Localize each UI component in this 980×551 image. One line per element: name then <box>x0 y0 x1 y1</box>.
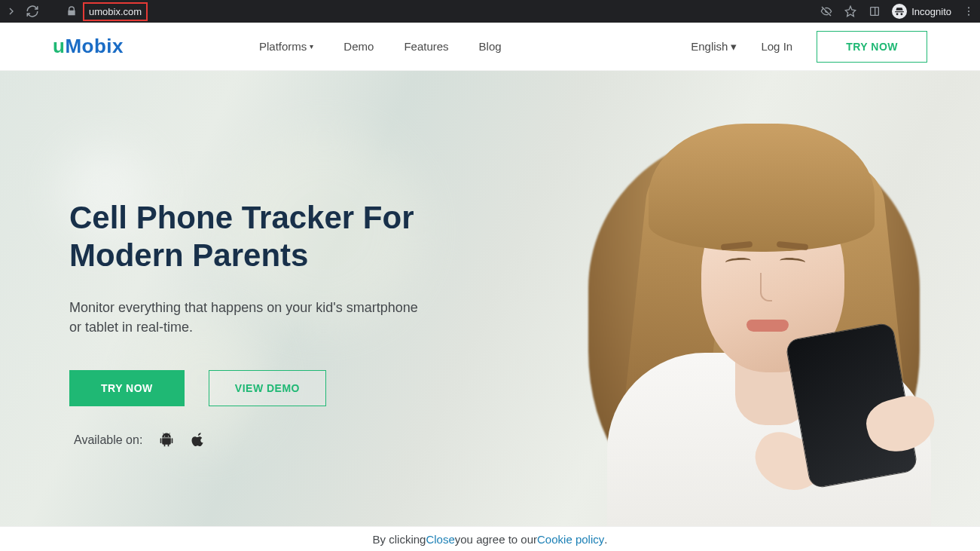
site-header: uMobix Platforms ▾ Demo Features Blog En… <box>0 23 980 71</box>
incognito-label: Incognito <box>911 6 951 17</box>
eye-off-icon[interactable] <box>820 5 833 18</box>
hero-subtitle: Monitor everything that happens on your … <box>69 298 431 337</box>
lock-icon[interactable] <box>65 5 78 18</box>
nav-platforms[interactable]: Platforms ▾ <box>259 40 313 53</box>
cookie-policy-link[interactable]: Cookie policy <box>537 533 604 546</box>
main-nav: Platforms ▾ Demo Features Blog <box>259 40 502 53</box>
svg-point-3 <box>968 11 969 12</box>
svg-point-2 <box>968 7 969 8</box>
try-now-button[interactable]: TRY NOW <box>69 370 185 406</box>
incognito-icon <box>892 4 907 19</box>
browser-chrome-bar: umobix.com Incognito <box>0 0 980 23</box>
svg-point-4 <box>968 14 969 16</box>
try-now-header-button[interactable]: TRY NOW <box>817 31 927 63</box>
android-icon <box>159 432 174 448</box>
nav-features[interactable]: Features <box>404 40 448 53</box>
star-icon[interactable] <box>844 5 857 18</box>
hero-image <box>536 71 957 526</box>
cookie-bar: By clicking Close you agree to our Cooki… <box>0 526 980 551</box>
cookie-close-link[interactable]: Close <box>426 533 454 546</box>
cookie-middle: you agree to our <box>455 533 537 546</box>
cookie-suffix: . <box>604 533 607 546</box>
incognito-badge[interactable]: Incognito <box>892 4 951 19</box>
right-nav: English ▾ Log In TRY NOW <box>691 31 927 63</box>
site-logo[interactable]: uMobix <box>53 35 124 58</box>
kebab-menu-icon[interactable] <box>962 5 975 18</box>
cookie-prefix: By clicking <box>373 533 426 546</box>
forward-icon[interactable] <box>5 5 18 18</box>
apple-icon <box>191 432 206 448</box>
nav-demo[interactable]: Demo <box>343 40 374 53</box>
hero-title-line1: Cell Phone Tracker For <box>69 200 414 235</box>
login-link[interactable]: Log In <box>761 40 792 53</box>
chevron-down-icon: ▾ <box>731 40 737 54</box>
nav-blog[interactable]: Blog <box>479 40 502 53</box>
hero-section: Cell Phone Tracker For Modern Parents Mo… <box>0 71 980 526</box>
reload-icon[interactable] <box>26 5 39 18</box>
language-label: English <box>691 40 728 53</box>
url-text[interactable]: umobix.com <box>83 2 148 21</box>
panel-icon[interactable] <box>868 5 881 18</box>
nav-platforms-label: Platforms <box>259 40 307 53</box>
chevron-down-icon: ▾ <box>310 42 313 51</box>
available-on-label: Available on: <box>74 433 142 447</box>
view-demo-button[interactable]: VIEW DEMO <box>209 370 326 406</box>
hero-title: Cell Phone Tracker For Modern Parents <box>69 199 482 275</box>
logo-prefix: u <box>53 35 65 57</box>
language-selector[interactable]: English ▾ <box>691 40 737 54</box>
logo-suffix: Mobix <box>65 35 124 57</box>
hero-title-line2: Modern Parents <box>69 237 308 273</box>
